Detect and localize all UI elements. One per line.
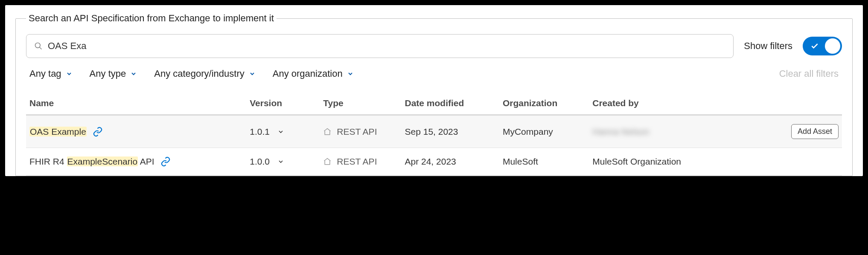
search-highlight: ExampleScenario [67,156,138,166]
search-section: Search an API Specification from Exchang… [15,13,853,176]
search-highlight: OAS Example [29,127,87,136]
col-version[interactable]: Version [246,92,320,115]
search-input[interactable] [48,41,725,52]
asset-name: FHIR R4 ExampleScenario API [29,156,154,167]
type-cell: REST API [323,156,398,167]
chevron-down-icon [347,70,354,77]
link-icon[interactable] [160,156,171,167]
section-legend: Search an API Specification from Exchang… [26,13,277,24]
asset-name: OAS Example [29,127,87,137]
svg-point-0 [35,43,41,48]
show-filters-toggle[interactable] [803,37,842,55]
clear-all-filters[interactable]: Clear all filters [779,68,839,79]
col-date[interactable]: Date modified [402,92,499,115]
col-action [736,92,842,115]
version-value: 1.0.0 [250,156,270,167]
filter-tag[interactable]: Any tag [29,68,73,79]
col-type[interactable]: Type [320,92,401,115]
action-cell [736,148,842,176]
show-filters-label: Show filters [744,41,792,52]
type-value: REST API [337,127,377,137]
type-cell: REST API [323,127,398,137]
col-org[interactable]: Organization [499,92,589,115]
link-icon[interactable] [93,127,103,137]
rest-api-icon [323,157,332,166]
created-by: Hanna Nelson [589,115,736,148]
filter-category-label: Any category/industry [154,68,245,79]
filters-row: Any tag Any type Any category/industry A… [26,58,842,92]
filter-type[interactable]: Any type [90,68,137,79]
organization: MuleSoft [499,148,589,176]
version-value: 1.0.1 [250,127,270,137]
filter-category[interactable]: Any category/industry [154,68,256,79]
search-icon [34,42,43,50]
results-table: Name Version Type Date modified Organiza… [26,92,842,176]
filter-type-label: Any type [90,68,126,79]
organization: MyCompany [499,115,589,148]
svg-line-1 [40,47,42,49]
filter-organization[interactable]: Any organization [273,68,354,79]
search-row: Show filters [26,34,842,58]
chevron-down-icon [130,70,137,77]
table-row[interactable]: OAS Example1.0.1REST APISep 15, 2023MyCo… [26,115,842,148]
filter-tag-label: Any tag [29,68,61,79]
name-cell: FHIR R4 ExampleScenario API [29,156,243,167]
filter-organization-label: Any organization [273,68,343,79]
date-modified: Sep 15, 2023 [402,115,499,148]
version-cell[interactable]: 1.0.0 [250,156,316,167]
type-value: REST API [337,156,377,167]
name-cell: OAS Example [29,127,243,137]
panel: Search an API Specification from Exchang… [5,5,863,176]
add-asset-button[interactable]: Add Asset [791,124,839,139]
version-cell[interactable]: 1.0.1 [250,127,316,137]
table-header-row: Name Version Type Date modified Organiza… [26,92,842,115]
chevron-down-icon [66,70,73,77]
created-by: MuleSoft Organization [589,148,736,176]
action-cell: Add Asset [736,115,842,148]
check-icon [810,42,819,50]
chevron-down-icon [277,128,284,135]
table-row[interactable]: FHIR R4 ExampleScenario API1.0.0REST API… [26,148,842,176]
col-name[interactable]: Name [26,92,246,115]
rest-api-icon [323,128,332,136]
toggle-knob [825,38,840,54]
col-created-by[interactable]: Created by [589,92,736,115]
search-box[interactable] [26,34,734,58]
chevron-down-icon [277,158,284,165]
chevron-down-icon [249,70,256,77]
date-modified: Apr 24, 2023 [402,148,499,176]
